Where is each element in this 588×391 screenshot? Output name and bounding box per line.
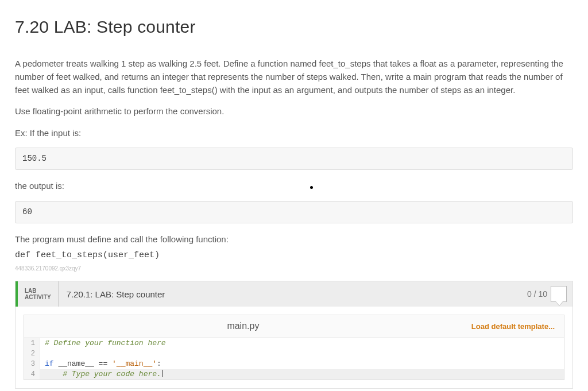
code-content[interactable]: # Define your function here [40, 338, 171, 349]
ribbon-icon [551, 286, 567, 302]
fine-print: 448336.2170092.qx3zqy7 [15, 264, 573, 273]
code-content[interactable]: if __name__ == '__main__': [40, 359, 166, 369]
gutter: 1 [24, 338, 40, 349]
lab-title: 7.20.1: LAB: Step counter [59, 281, 527, 307]
lab-header: LAB ACTIVITY 7.20.1: LAB: Step counter 0… [16, 281, 572, 307]
gutter: 3 [24, 359, 40, 369]
text-cursor [162, 370, 163, 377]
load-template-button[interactable]: Load default template... [462, 321, 564, 332]
gutter: 4 [24, 369, 40, 380]
code-content[interactable] [40, 349, 49, 359]
editor-area: main.py Load default template... 1# Defi… [16, 307, 572, 388]
example-prefix: Ex: If the input is: [15, 126, 573, 140]
code-line[interactable]: 1# Define your function here [24, 338, 564, 349]
code-line[interactable]: 4 # Type your code here. [24, 369, 564, 380]
lab-card: LAB ACTIVITY 7.20.1: LAB: Step counter 0… [15, 281, 573, 389]
code-line[interactable]: 3if __name__ == '__main__': [24, 359, 564, 369]
lab-score: 0 / 10 [527, 281, 572, 307]
editor-tabs: main.py Load default template... [24, 315, 564, 338]
lab-label-bottom: ACTIVITY [25, 294, 51, 301]
gutter: 2 [24, 349, 40, 359]
code-line[interactable]: 2 [24, 349, 564, 359]
fp-paragraph: Use floating-point arithmetic to perform… [15, 104, 573, 118]
intro-paragraph: A pedometer treats walking 1 step as wal… [15, 57, 573, 97]
page-title: 7.20 LAB: Step counter [15, 14, 573, 41]
function-signature: def feet_to_steps(user_feet) [15, 249, 573, 262]
example-output-box: 60 [15, 201, 573, 224]
stray-dot [310, 186, 313, 189]
lab-label-top: LAB [25, 288, 51, 295]
lab-badge: LAB ACTIVITY [18, 281, 59, 307]
editor-filename: main.py [227, 319, 259, 334]
lab-score-value: 0 / 10 [527, 288, 547, 301]
code-editor[interactable]: 1# Define your function here23if __name_… [24, 338, 564, 380]
output-prefix: the output is: [15, 179, 573, 192]
must-define-paragraph: The program must define and call the fol… [15, 233, 573, 246]
code-content[interactable]: # Type your code here. [40, 369, 167, 380]
example-input-box: 150.5 [15, 148, 573, 171]
